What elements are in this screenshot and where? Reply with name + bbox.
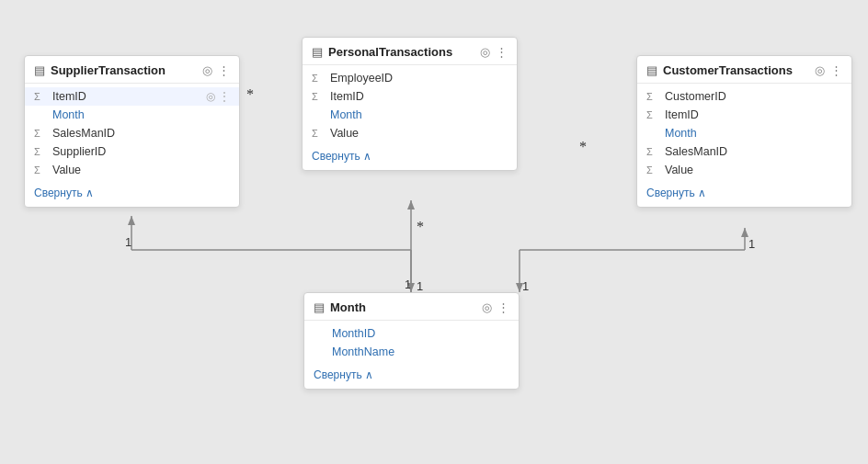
- collapse-button[interactable]: Свернуть ∧: [303, 146, 517, 170]
- sigma-icon: Σ: [646, 91, 659, 102]
- field-row-salesmanid: Σ SalesManID: [25, 124, 239, 142]
- customer-transactions-header: ▤ CustomerTransactions ◎ ⋮: [637, 56, 851, 84]
- svg-marker-3: [407, 283, 415, 292]
- table-icon: ▤: [646, 63, 657, 77]
- dots-icon[interactable]: ⋮: [218, 63, 230, 77]
- field-name-salesmanid: SalesManID: [52, 127, 115, 140]
- field-row-month: Month: [637, 124, 851, 142]
- field-row-actions[interactable]: ◎ ⋮: [206, 90, 230, 103]
- field-row-value: Σ Value: [303, 124, 517, 142]
- svg-marker-9: [407, 200, 415, 209]
- field-row-itemid: Σ ItemID: [637, 106, 851, 124]
- field-name-month: Month: [330, 108, 362, 121]
- supplier-transaction-title: SupplierTransaction: [51, 63, 197, 77]
- field-row-value: Σ Value: [25, 161, 239, 179]
- dots-icon[interactable]: ⋮: [497, 300, 509, 314]
- personal-transactions-title: PersonalTransactions: [328, 45, 474, 59]
- field-name-value: Value: [330, 127, 359, 140]
- field-row-supplierid: Σ SupplierID: [25, 142, 239, 161]
- svg-marker-16: [516, 283, 523, 292]
- sigma-icon: Σ: [312, 91, 325, 102]
- month-fields: MonthID MonthName: [304, 321, 519, 365]
- dots-icon[interactable]: ⋮: [496, 45, 508, 59]
- field-name-monthid: MonthID: [332, 327, 375, 340]
- supplier-transaction-header: ▤ SupplierTransaction ◎ ⋮: [25, 56, 239, 84]
- collapse-button[interactable]: Свернуть ∧: [304, 365, 519, 389]
- header-actions[interactable]: ◎ ⋮: [482, 300, 509, 314]
- supplier-transaction-fields: Σ ItemID ◎ ⋮ Month Σ SalesManID Σ Suppli…: [25, 84, 239, 183]
- collapse-label: Свернуть: [646, 187, 695, 199]
- sigma-icon: Σ: [34, 91, 47, 102]
- collapse-label: Свернуть: [312, 150, 360, 163]
- collapse-button[interactable]: Свернуть ∧: [25, 183, 239, 207]
- field-row-month: Month: [25, 106, 239, 124]
- field-name-employeeid: EmployeeID: [330, 72, 393, 85]
- customer-transactions-title: CustomerTransactions: [663, 63, 809, 77]
- sigma-icon: Σ: [312, 73, 325, 84]
- svg-text:1: 1: [522, 279, 529, 293]
- collapse-label: Свернуть: [314, 368, 362, 381]
- table-icon: ▤: [34, 63, 45, 77]
- table-icon: ▤: [312, 45, 323, 59]
- field-row-month: Month: [303, 106, 517, 124]
- header-actions[interactable]: ◎ ⋮: [815, 63, 842, 77]
- dots-icon[interactable]: ⋮: [830, 63, 842, 77]
- field-name-monthname: MonthName: [332, 345, 394, 358]
- eye-icon[interactable]: ◎: [202, 63, 212, 77]
- field-name-month: Month: [52, 108, 85, 121]
- field-name-itemid: ItemID: [330, 90, 364, 103]
- month-table: ▤ Month ◎ ⋮ MonthID MonthName Свернуть ∧: [303, 292, 520, 390]
- field-name-itemid: ItemID: [52, 90, 86, 103]
- svg-text:1: 1: [125, 235, 131, 249]
- chevron-up-icon: ∧: [365, 368, 373, 381]
- field-name-customerid: CustomerID: [665, 90, 726, 103]
- chevron-up-icon: ∧: [698, 187, 706, 199]
- field-row-employeeid: Σ EmployeeID: [303, 69, 517, 87]
- eye-icon[interactable]: ◎: [480, 45, 490, 59]
- field-row-value: Σ Value: [637, 161, 851, 179]
- sigma-icon: Σ: [646, 146, 659, 157]
- svg-text:*: *: [417, 219, 424, 234]
- svg-text:1: 1: [748, 237, 755, 251]
- field-name-value: Value: [52, 164, 81, 176]
- svg-text:*: *: [246, 86, 254, 102]
- svg-marker-4: [128, 216, 135, 225]
- field-name-itemid: ItemID: [665, 108, 699, 121]
- field-name-month: Month: [665, 127, 697, 140]
- eye-icon-field[interactable]: ◎: [206, 90, 215, 103]
- header-actions[interactable]: ◎ ⋮: [480, 45, 508, 59]
- eye-icon[interactable]: ◎: [482, 300, 492, 314]
- supplier-transaction-table: ▤ SupplierTransaction ◎ ⋮ Σ ItemID ◎ ⋮ M…: [24, 55, 240, 208]
- field-name-salesmanid: SalesManID: [665, 145, 727, 158]
- field-row-monthid: MonthID: [304, 324, 519, 343]
- field-name-value: Value: [665, 164, 693, 176]
- field-row-monthname: MonthName: [304, 343, 519, 361]
- sigma-icon: Σ: [312, 128, 325, 139]
- svg-text:1: 1: [417, 279, 423, 293]
- customer-transactions-table: ▤ CustomerTransactions ◎ ⋮ Σ CustomerID …: [636, 55, 852, 208]
- field-row-itemid: Σ ItemID: [303, 87, 517, 106]
- field-row-itemid: Σ ItemID ◎ ⋮: [25, 87, 239, 106]
- dots-icon-field[interactable]: ⋮: [219, 90, 230, 103]
- sigma-icon: Σ: [34, 164, 47, 175]
- month-title: Month: [330, 300, 476, 314]
- personal-transactions-table: ▤ PersonalTransactions ◎ ⋮ Σ EmployeeID …: [302, 37, 518, 171]
- sigma-icon: Σ: [646, 164, 659, 175]
- chevron-up-icon: ∧: [363, 150, 371, 163]
- field-row-salesmanid: Σ SalesManID: [637, 142, 851, 161]
- sigma-icon: Σ: [34, 128, 47, 139]
- customer-transactions-fields: Σ CustomerID Σ ItemID Month Σ SalesManID…: [637, 84, 851, 183]
- field-name-supplierid: SupplierID: [52, 145, 106, 158]
- sigma-icon: Σ: [646, 109, 659, 120]
- header-actions[interactable]: ◎ ⋮: [202, 63, 230, 77]
- month-header: ▤ Month ◎ ⋮: [304, 293, 519, 321]
- svg-text:*: *: [579, 139, 587, 154]
- eye-icon[interactable]: ◎: [815, 63, 825, 77]
- personal-transactions-header: ▤ PersonalTransactions ◎ ⋮: [303, 38, 517, 65]
- collapse-button[interactable]: Свернуть ∧: [637, 183, 851, 207]
- svg-marker-15: [741, 228, 748, 237]
- collapse-label: Свернуть: [34, 187, 83, 199]
- svg-text:1: 1: [405, 277, 411, 291]
- table-icon: ▤: [314, 300, 325, 314]
- sigma-icon: Σ: [34, 146, 47, 157]
